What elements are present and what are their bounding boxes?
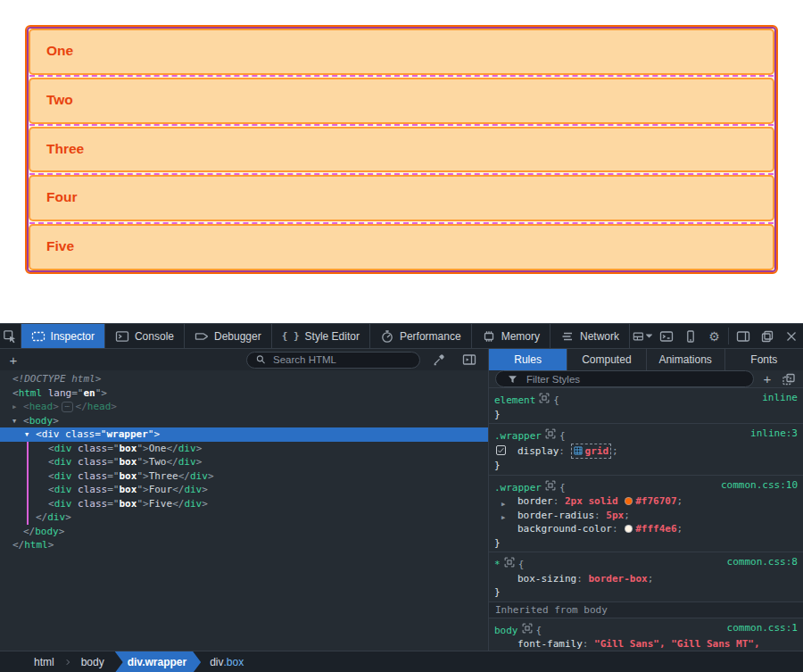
css-selector[interactable]: * [494,559,501,570]
code-token: div [54,470,72,482]
markup-line[interactable]: <html lang="en"> [0,386,488,401]
css-declaration[interactable]: box-sizing: border-box; [489,572,803,586]
devtools-tab-style-editor[interactable]: { }Style Editor [272,324,370,348]
split-console-icon[interactable] [654,324,678,348]
markup-line[interactable]: <div class="box">One</div> [0,442,488,456]
responsive-mode-icon[interactable] [678,324,702,348]
code-token: Three [149,470,178,482]
property-value[interactable]: grid [585,445,609,457]
dock-layout-icon[interactable] [630,324,654,348]
search-html-box[interactable] [246,352,420,369]
devtools-tab-network[interactable]: Network [551,324,630,348]
property-value[interactable]: 5px [606,510,624,521]
selector-highlighter-icon[interactable] [522,621,533,635]
expand-arrow-icon[interactable]: ▶ [12,401,16,415]
selector-highlighter-icon[interactable] [545,427,556,441]
markup-line[interactable]: <div class="box">Four</div> [0,483,488,497]
rule-source-link[interactable]: inline:3 [750,427,798,441]
close-brace: } [489,585,803,600]
filter-styles-box[interactable] [495,370,754,387]
css-declaration[interactable]: font-family: "Gill Sans", "Gill Sans MT"… [489,637,803,651]
markup-line[interactable]: <div class="box">Five</div> [0,497,488,511]
markup-line[interactable]: <!DOCTYPE html> [0,372,488,386]
selector-highlighter-icon[interactable] [545,478,556,493]
breadcrumb-item-html[interactable]: html [25,651,63,672]
colon: : [594,510,606,521]
add-rule-button[interactable]: + [759,372,775,386]
add-node-button[interactable]: + [0,350,27,370]
selector-highlighter-icon[interactable] [504,555,515,569]
markup-line[interactable]: ▶<head>⋯</head> [0,400,488,414]
markup-line[interactable]: </body> [0,525,488,539]
rule-source-link[interactable]: common.css:10 [721,478,798,493]
css-selector[interactable]: .wrapper [494,430,542,442]
sidebar-tab-rules[interactable]: Rules [489,349,567,370]
separate-window-icon[interactable] [755,324,779,348]
breadcrumb-item-div-box[interactable]: div.box [201,651,252,672]
css-selector[interactable]: element [494,394,535,406]
close-icon[interactable] [779,324,803,348]
property-name[interactable]: border [517,495,553,507]
property-name[interactable]: font-family [517,638,583,650]
expand-arrow-icon[interactable]: ▼ [12,415,16,429]
code-token: body [29,415,54,427]
code-token: "> [137,456,148,468]
breadcrumb-item-body[interactable]: body [72,651,113,672]
pick-element-button[interactable] [0,324,21,348]
settings-icon[interactable]: ⚙ [702,324,726,348]
property-name[interactable]: background-color [517,523,612,535]
sidebar-tab-animations[interactable]: Animations [647,349,725,370]
rule-selector-line: element{inline [489,391,803,408]
eyedropper-icon[interactable] [427,353,451,367]
rule-source-link[interactable]: common.css:1 [727,621,798,635]
declaration-checkbox[interactable] [496,445,506,455]
markup-line[interactable]: <div class="box">Two</div> [0,455,488,469]
markup-line[interactable]: ▼<div class="wrapper"> [0,427,488,442]
rule-source-link[interactable]: common.css:8 [727,555,798,569]
css-declaration[interactable]: background-color: #fff4e6; [489,522,803,536]
devtools-tab-debugger[interactable]: Debugger [185,324,272,348]
expand-arrow-icon[interactable]: ▼ [25,428,29,443]
color-swatch[interactable] [625,525,633,533]
css-declaration[interactable]: display: grid; [489,444,803,460]
css-selector[interactable]: body [494,625,518,636]
markup-line[interactable]: <div class="box">Three</div> [0,469,488,484]
page-box: Three [29,127,774,173]
code-token: "> [137,484,148,495]
code-token: class [60,428,95,440]
property-name[interactable]: border-radius [517,510,594,521]
markup-line[interactable]: ▼<body> [0,414,488,428]
property-value[interactable]: #fff4e6 [635,523,676,535]
property-value[interactable]: #f76707 [635,495,676,507]
markup-line[interactable]: </html> [0,538,488,552]
sidebar-tab-fonts[interactable]: Fonts [725,349,803,370]
selector-highlighter-icon[interactable] [539,391,550,405]
dock-sidebar-icon[interactable] [731,324,755,348]
filter-styles-input[interactable] [525,373,632,386]
devtools-tab-console[interactable]: Console [105,324,185,348]
grid-toggle-icon[interactable] [574,446,583,455]
css-selector[interactable]: .wrapper [494,482,542,494]
css-rule: *{common.css:8box-sizing: border-box;} [489,552,803,602]
property-name[interactable]: box-sizing [517,573,576,585]
devtools-tab-performance[interactable]: Performance [370,324,472,348]
property-value[interactable]: border-box [588,573,647,585]
property-value[interactable]: 2px solid [565,495,624,507]
code-token: =" [107,470,119,482]
rule-source-link[interactable]: inline [762,391,798,405]
code-token: class [72,498,108,510]
sidebar-tab-computed[interactable]: Computed [567,349,646,370]
property-name[interactable]: display [517,445,559,457]
css-declaration[interactable]: ▶border-radius: 5px; [489,509,803,523]
color-swatch[interactable] [625,497,633,505]
collapsed-content-badge[interactable]: ⋯ [62,402,73,412]
markup-line[interactable]: </div> [0,510,488,525]
code-token: box [120,484,137,495]
css-declaration[interactable]: ▶border: 2px solid #f76707; [489,494,803,509]
three-pane-toggle-icon[interactable] [458,353,481,367]
devtools-tab-inspector[interactable]: Inspector [21,324,105,348]
pseudo-class-panel-icon[interactable] [781,372,797,386]
devtools-tab-memory[interactable]: Memory [472,324,551,348]
search-html-input[interactable] [271,353,378,366]
breadcrumb-item-div-wrapper[interactable]: div.wrapper [115,651,201,672]
